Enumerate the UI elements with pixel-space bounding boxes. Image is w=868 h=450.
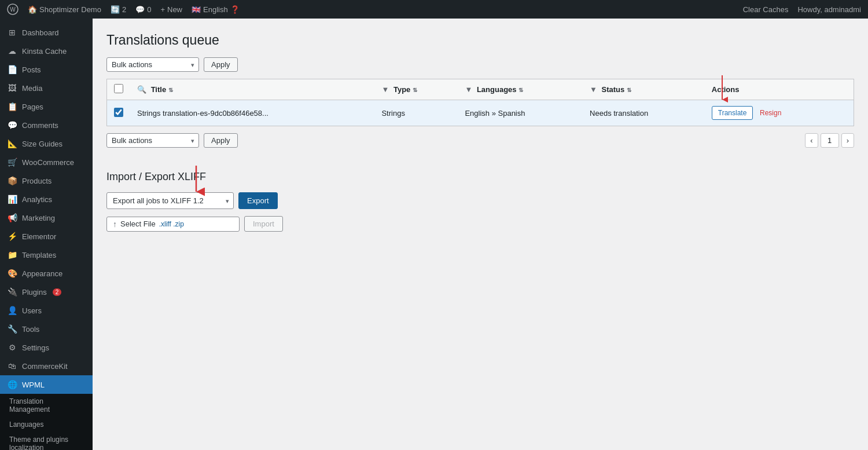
- sidebar-item-pages[interactable]: 📋 Pages: [0, 97, 93, 116]
- row-type: Strings: [374, 100, 458, 126]
- sidebar-item-tools[interactable]: 🔧 Tools: [0, 320, 93, 338]
- sidebar-item-templates[interactable]: 📁 Templates: [0, 246, 93, 264]
- kinsta-icon: ☁: [7, 46, 17, 56]
- row-checkbox-cell: [107, 100, 131, 126]
- sort-arrow-type: ⇅: [413, 87, 417, 93]
- posts-icon: 📄: [7, 65, 17, 74]
- wp-logo[interactable]: W: [7, 3, 19, 15]
- sidebar-item-posts[interactable]: 📄 Posts: [0, 60, 93, 79]
- export-button[interactable]: Export: [238, 192, 278, 209]
- page-title: Translations queue: [106, 32, 854, 48]
- filter-icon-status: ▼: [590, 85, 597, 94]
- svg-text:W: W: [10, 6, 16, 13]
- analytics-icon: 📊: [7, 195, 17, 204]
- next-page-button[interactable]: ›: [841, 133, 854, 148]
- marketing-icon: 📢: [7, 213, 17, 222]
- updates-count[interactable]: 🔄 2: [111, 5, 126, 14]
- submenu-theme-plugins[interactable]: Theme and plugins localization: [0, 432, 93, 450]
- sidebar-item-settings[interactable]: ⚙ Settings: [0, 338, 93, 357]
- plugins-icon: 🔌: [7, 287, 17, 297]
- translations-table: 🔍 Title ⇅ ▼ Type ⇅ ▼ Languages ⇅: [106, 79, 854, 126]
- col-header-status: ▼ Status ⇅: [583, 79, 705, 100]
- sidebar-item-comments[interactable]: 💬 Comments: [0, 116, 93, 134]
- bulk-actions-select-bottom[interactable]: Bulk actions: [106, 133, 199, 148]
- comments-icon: 💬: [7, 120, 17, 130]
- plugins-badge: 2: [53, 288, 62, 296]
- upload-icon: ↑: [113, 219, 117, 229]
- settings-icon: ⚙: [7, 343, 17, 352]
- sidebar-item-commercekit[interactable]: 🛍 CommerceKit: [0, 357, 93, 375]
- col-header-languages: ▼ Languages ⇅: [458, 79, 583, 100]
- sidebar-item-media[interactable]: 🖼 Media: [0, 79, 93, 97]
- sidebar-item-analytics[interactable]: 📊 Analytics: [0, 190, 93, 208]
- woocommerce-icon: 🛒: [7, 158, 17, 167]
- sidebar-item-kinsta[interactable]: ☁ Kinsta Cache: [0, 42, 93, 60]
- col-header-actions: Actions: [705, 79, 854, 100]
- users-icon: 👤: [7, 306, 17, 315]
- sort-arrow-title: ⇅: [168, 87, 173, 93]
- sidebar-item-dashboard[interactable]: ⊞ Dashboard: [0, 23, 93, 42]
- select-file-label: Select File: [120, 219, 156, 228]
- bulk-actions-select-wrap: Bulk actions: [106, 57, 199, 72]
- apply-button-top[interactable]: Apply: [204, 57, 238, 72]
- site-name[interactable]: 🏠 Shoptimizer Demo: [28, 5, 101, 14]
- row-actions: Translate Resign: [705, 100, 854, 126]
- translations-table-section: 🔍 Title ⇅ ▼ Type ⇅ ▼ Languages ⇅: [106, 79, 854, 126]
- submenu-translation-management[interactable]: Translation Management: [0, 394, 93, 417]
- comments-count[interactable]: 💬 0: [135, 5, 151, 14]
- new-item-button[interactable]: + New: [160, 5, 182, 14]
- wpml-submenu: Translation Management Languages Theme a…: [0, 394, 93, 450]
- select-all-checkbox[interactable]: [114, 84, 123, 93]
- col-header-type: ▼ Type ⇅: [374, 79, 458, 100]
- sidebar-item-products[interactable]: 📦 Products: [0, 171, 93, 190]
- media-icon: 🖼: [7, 83, 17, 93]
- sidebar-item-appearance[interactable]: 🎨 Appearance: [0, 264, 93, 283]
- clear-caches-button[interactable]: Clear Caches: [743, 5, 789, 14]
- language-switcher[interactable]: 🇬🇧 English ❓: [192, 5, 240, 14]
- col-header-title: 🔍 Title ⇅: [130, 79, 374, 100]
- export-row: Export all jobs to XLIFF 1.2 Export: [106, 192, 854, 209]
- commercekit-icon: 🛍: [7, 361, 17, 371]
- translate-button[interactable]: Translate: [712, 106, 753, 120]
- sidebar-item-plugins[interactable]: 🔌 Plugins 2: [0, 283, 93, 301]
- filter-icon-languages: ▼: [465, 85, 472, 94]
- sidebar: ⊞ Dashboard ☁ Kinsta Cache 📄 Posts 🖼 Med…: [0, 19, 93, 450]
- apply-button-bottom[interactable]: Apply: [204, 133, 238, 148]
- submenu-languages[interactable]: Languages: [0, 417, 93, 432]
- bulk-actions-select-top[interactable]: Bulk actions: [106, 57, 199, 72]
- import-button[interactable]: Import: [244, 216, 283, 232]
- resign-button[interactable]: Resign: [755, 107, 786, 119]
- import-row: ↑ Select File .xliff .zip Import: [106, 216, 854, 232]
- sort-arrow-status: ⇅: [627, 87, 631, 93]
- tools-icon: 🔧: [7, 324, 17, 334]
- sidebar-item-wpml[interactable]: 🌐 WPML: [0, 375, 93, 394]
- row-languages: English » Spanish: [458, 100, 583, 126]
- import-export-section: Import / Export XLIFF Export all jobs to…: [106, 171, 854, 232]
- sidebar-item-marketing[interactable]: 📢 Marketing: [0, 208, 93, 227]
- wpml-icon: 🌐: [7, 380, 17, 389]
- bottom-bulk-bar: Bulk actions Apply ‹ 1 ›: [106, 133, 854, 148]
- sidebar-item-woocommerce[interactable]: 🛒 WooCommerce: [0, 153, 93, 171]
- row-status: Needs translation: [583, 100, 705, 126]
- templates-icon: 📁: [7, 250, 17, 259]
- import-export-title: Import / Export XLIFF: [106, 171, 854, 183]
- col-header-checkbox: [107, 79, 131, 100]
- admin-bar: W 🏠 Shoptimizer Demo 🔄 2 💬 0 + New 🇬🇧 En…: [0, 0, 868, 19]
- export-options-select[interactable]: Export all jobs to XLIFF 1.2: [106, 192, 234, 209]
- top-bulk-bar: Bulk actions Apply: [106, 57, 854, 72]
- row-checkbox[interactable]: [114, 108, 123, 117]
- appearance-icon: 🎨: [7, 269, 17, 278]
- table-row: Strings translation-es-9dc0b86f46e58... …: [107, 100, 854, 126]
- sort-arrow-languages: ⇅: [518, 87, 523, 93]
- file-input-area[interactable]: ↑ Select File .xliff .zip: [106, 217, 240, 232]
- row-title: Strings translation-es-9dc0b86f46e58...: [130, 100, 374, 126]
- sidebar-item-size-guides[interactable]: 📐 Size Guides: [0, 134, 93, 153]
- howdy-user[interactable]: Howdy, adminadmi: [797, 5, 861, 14]
- products-icon: 📦: [7, 176, 17, 185]
- sidebar-item-users[interactable]: 👤 Users: [0, 301, 93, 320]
- filter-icon-type: ▼: [381, 85, 389, 94]
- bulk-actions-select-wrap-bottom: Bulk actions: [106, 133, 199, 148]
- prev-page-button[interactable]: ‹: [805, 133, 818, 148]
- main-content: Translations queue Bulk actions Apply 🔍: [93, 19, 868, 450]
- sidebar-item-elementor[interactable]: ⚡ Elementor: [0, 227, 93, 246]
